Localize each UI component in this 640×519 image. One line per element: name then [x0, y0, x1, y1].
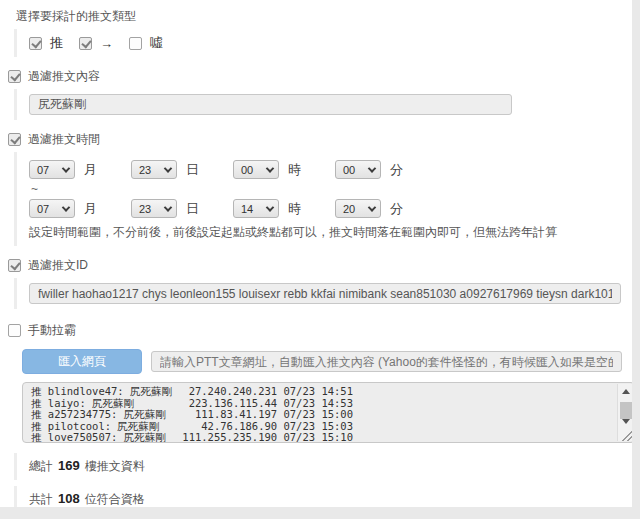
time-filter-note: 設定時間範圍，不分前後，前後設定起點或終點都可以，推文時間落在範圍內即可，但無法…	[29, 224, 632, 241]
chevron-down-icon	[266, 203, 274, 211]
resize-grip-icon[interactable]	[620, 428, 632, 441]
hour-unit-label: 時	[288, 161, 301, 179]
import-webpage-button[interactable]: 匯入網頁	[22, 349, 142, 374]
id-filter-input[interactable]	[29, 283, 621, 304]
qualified-count: 108	[58, 491, 80, 506]
scroll-down-icon[interactable]	[622, 419, 630, 424]
end-day-select[interactable]: 23	[131, 199, 177, 218]
push-list-textarea[interactable]: 推 blindlove47: 尻死蘇剛27.240.240.231 07/23 …	[22, 382, 632, 443]
chevron-down-icon	[62, 203, 70, 211]
id-filter-checkbox[interactable]	[8, 259, 21, 272]
start-month-select[interactable]: 07	[29, 160, 75, 179]
push-type-checkbox-arrow[interactable]	[79, 37, 92, 50]
chevron-down-icon	[164, 164, 172, 172]
chevron-down-icon	[368, 203, 376, 211]
push-list-row: 推 blindlove47: 尻死蘇剛27.240.240.231 07/23 …	[31, 386, 353, 398]
start-minute-select[interactable]: 00	[335, 160, 381, 179]
month-unit-label: 月	[84, 200, 97, 218]
chevron-down-icon	[164, 203, 172, 211]
content-filter-input[interactable]	[29, 94, 512, 115]
push-type-label-push: 推	[50, 34, 63, 52]
push-type-checkbox-boo[interactable]	[129, 37, 142, 50]
manual-mode-label: 手動拉霸	[28, 322, 76, 339]
total-pushes-count: 169	[58, 458, 80, 473]
month-unit-label: 月	[84, 161, 97, 179]
end-minute-select[interactable]: 20	[335, 199, 381, 218]
chevron-down-icon	[266, 164, 274, 172]
push-list-row: 推 love750507: 尻死蘇剛111.255.235.190 07/23 …	[31, 432, 353, 443]
chevron-down-icon	[62, 164, 70, 172]
minute-unit-label: 分	[390, 161, 403, 179]
hour-unit-label: 時	[288, 200, 301, 218]
scroll-up-icon[interactable]	[622, 389, 630, 394]
push-type-checkbox-push[interactable]	[29, 37, 42, 50]
start-hour-select[interactable]: 00	[233, 160, 279, 179]
chevron-down-icon	[368, 164, 376, 172]
time-filter-checkbox[interactable]	[8, 133, 21, 146]
push-type-label-boo: 噓	[150, 34, 163, 52]
end-month-select[interactable]: 07	[29, 199, 75, 218]
time-filter-label: 過濾推文時間	[28, 131, 100, 148]
push-type-label-arrow: →	[100, 36, 113, 51]
start-day-select[interactable]: 23	[131, 160, 177, 179]
manual-mode-checkbox[interactable]	[8, 324, 21, 337]
scrollbar-thumb[interactable]	[620, 402, 632, 419]
qualified-count-line: 共計108位符合資格	[29, 491, 632, 507]
day-unit-label: 日	[186, 200, 199, 218]
article-url-input[interactable]	[151, 351, 622, 372]
content-filter-label: 過濾推文內容	[28, 68, 100, 85]
time-range-tilde: ~	[31, 182, 632, 196]
push-type-title: 選擇要採計的推文類型	[16, 8, 632, 25]
day-unit-label: 日	[186, 161, 199, 179]
minute-unit-label: 分	[390, 200, 403, 218]
id-filter-label: 過濾推文ID	[28, 257, 88, 274]
total-pushes-line: 總計169樓推文資料	[29, 458, 632, 475]
content-filter-checkbox[interactable]	[8, 70, 21, 83]
lottery-form-page: 選擇要採計的推文類型 推 → 噓 過濾推文內容 過濾推文時間 07 月 23 日…	[0, 0, 632, 507]
end-hour-select[interactable]: 14	[233, 199, 279, 218]
